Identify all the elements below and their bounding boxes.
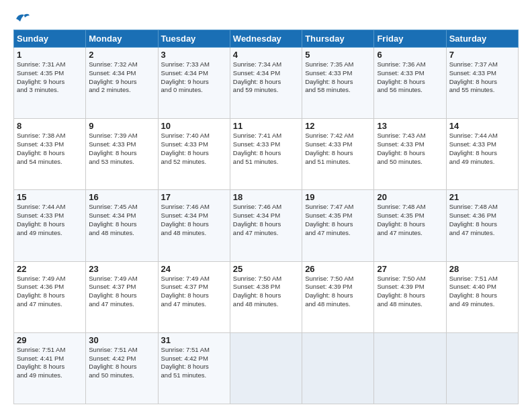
calendar-cell: 5Sunrise: 7:35 AM Sunset: 4:33 PM Daylig…: [302, 48, 374, 119]
day-info: Sunrise: 7:37 AM Sunset: 4:33 PM Dayligh…: [449, 60, 515, 95]
calendar-cell: 3Sunrise: 7:33 AM Sunset: 4:34 PM Daylig…: [158, 48, 230, 119]
calendar-cell: 9Sunrise: 7:39 AM Sunset: 4:33 PM Daylig…: [86, 119, 158, 190]
day-info: Sunrise: 7:49 AM Sunset: 4:36 PM Dayligh…: [17, 275, 83, 309]
calendar-cell: 15Sunrise: 7:44 AM Sunset: 4:33 PM Dayli…: [14, 190, 86, 261]
day-number: 28: [449, 264, 515, 274]
day-number: 19: [305, 192, 371, 202]
day-number: 1: [17, 50, 83, 60]
day-info: Sunrise: 7:43 AM Sunset: 4:33 PM Dayligh…: [377, 132, 443, 166]
day-number: 31: [161, 335, 227, 345]
calendar-week-3: 15Sunrise: 7:44 AM Sunset: 4:33 PM Dayli…: [14, 190, 519, 261]
day-info: Sunrise: 7:51 AM Sunset: 4:40 PM Dayligh…: [449, 275, 515, 309]
day-number: 6: [377, 50, 443, 60]
header: [13, 12, 519, 24]
day-info: Sunrise: 7:51 AM Sunset: 4:41 PM Dayligh…: [17, 346, 83, 380]
day-info: Sunrise: 7:45 AM Sunset: 4:34 PM Dayligh…: [89, 203, 154, 237]
day-number: 5: [305, 50, 371, 60]
calendar-cell: 14Sunrise: 7:44 AM Sunset: 4:33 PM Dayli…: [446, 119, 518, 190]
day-header-sunday: Sunday: [14, 30, 86, 48]
day-header-monday: Monday: [86, 30, 158, 48]
calendar-cell: 27Sunrise: 7:50 AM Sunset: 4:39 PM Dayli…: [374, 261, 446, 332]
day-info: Sunrise: 7:35 AM Sunset: 4:33 PM Dayligh…: [305, 60, 371, 95]
day-number: 15: [17, 192, 83, 202]
calendar-cell: 11Sunrise: 7:41 AM Sunset: 4:33 PM Dayli…: [230, 119, 302, 190]
logo: [13, 12, 30, 24]
calendar-cell: 30Sunrise: 7:51 AM Sunset: 4:42 PM Dayli…: [86, 332, 158, 404]
day-number: 8: [17, 121, 83, 131]
day-header-saturday: Saturday: [446, 30, 518, 48]
day-number: 11: [233, 121, 299, 131]
day-info: Sunrise: 7:33 AM Sunset: 4:34 PM Dayligh…: [161, 60, 227, 95]
calendar-cell: 8Sunrise: 7:38 AM Sunset: 4:33 PM Daylig…: [14, 119, 86, 190]
day-info: Sunrise: 7:51 AM Sunset: 4:42 PM Dayligh…: [89, 346, 154, 380]
day-info: Sunrise: 7:41 AM Sunset: 4:33 PM Dayligh…: [233, 132, 299, 166]
day-number: 4: [233, 50, 299, 60]
day-number: 26: [305, 264, 371, 274]
calendar-cell: [230, 332, 302, 404]
logo-bird-icon: [15, 12, 30, 24]
calendar-week-2: 8Sunrise: 7:38 AM Sunset: 4:33 PM Daylig…: [14, 119, 519, 190]
calendar-cell: 1Sunrise: 7:31 AM Sunset: 4:35 PM Daylig…: [14, 48, 86, 119]
calendar-cell: 7Sunrise: 7:37 AM Sunset: 4:33 PM Daylig…: [446, 48, 518, 119]
calendar-cell: 29Sunrise: 7:51 AM Sunset: 4:41 PM Dayli…: [14, 332, 86, 404]
page: SundayMondayTuesdayWednesdayThursdayFrid…: [0, 0, 532, 411]
day-info: Sunrise: 7:50 AM Sunset: 4:39 PM Dayligh…: [305, 275, 371, 309]
calendar-week-1: 1Sunrise: 7:31 AM Sunset: 4:35 PM Daylig…: [14, 48, 519, 119]
day-info: Sunrise: 7:51 AM Sunset: 4:42 PM Dayligh…: [161, 346, 227, 380]
calendar-cell: 6Sunrise: 7:36 AM Sunset: 4:33 PM Daylig…: [374, 48, 446, 119]
day-info: Sunrise: 7:44 AM Sunset: 4:33 PM Dayligh…: [17, 203, 83, 237]
calendar-cell: [302, 332, 374, 404]
day-info: Sunrise: 7:39 AM Sunset: 4:33 PM Dayligh…: [89, 132, 154, 166]
day-info: Sunrise: 7:50 AM Sunset: 4:38 PM Dayligh…: [233, 275, 299, 309]
calendar-cell: 12Sunrise: 7:42 AM Sunset: 4:33 PM Dayli…: [302, 119, 374, 190]
day-info: Sunrise: 7:46 AM Sunset: 4:34 PM Dayligh…: [161, 203, 227, 237]
day-number: 16: [89, 192, 154, 202]
day-number: 24: [161, 264, 227, 274]
day-info: Sunrise: 7:42 AM Sunset: 4:33 PM Dayligh…: [305, 132, 371, 166]
day-info: Sunrise: 7:36 AM Sunset: 4:33 PM Dayligh…: [377, 60, 443, 95]
day-info: Sunrise: 7:44 AM Sunset: 4:33 PM Dayligh…: [449, 132, 515, 166]
calendar-cell: 25Sunrise: 7:50 AM Sunset: 4:38 PM Dayli…: [230, 261, 302, 332]
calendar-week-4: 22Sunrise: 7:49 AM Sunset: 4:36 PM Dayli…: [14, 261, 519, 332]
day-number: 7: [449, 50, 515, 60]
calendar-cell: 24Sunrise: 7:49 AM Sunset: 4:37 PM Dayli…: [158, 261, 230, 332]
day-info: Sunrise: 7:34 AM Sunset: 4:34 PM Dayligh…: [233, 60, 299, 95]
day-info: Sunrise: 7:38 AM Sunset: 4:33 PM Dayligh…: [17, 132, 83, 166]
day-info: Sunrise: 7:49 AM Sunset: 4:37 PM Dayligh…: [161, 275, 227, 309]
calendar-cell: 4Sunrise: 7:34 AM Sunset: 4:34 PM Daylig…: [230, 48, 302, 119]
day-info: Sunrise: 7:50 AM Sunset: 4:39 PM Dayligh…: [377, 275, 443, 309]
calendar-cell: [446, 332, 518, 404]
day-number: 2: [89, 50, 154, 60]
day-header-wednesday: Wednesday: [230, 30, 302, 48]
day-number: 9: [89, 121, 154, 131]
calendar-cell: 20Sunrise: 7:48 AM Sunset: 4:35 PM Dayli…: [374, 190, 446, 261]
calendar-table: SundayMondayTuesdayWednesdayThursdayFrid…: [13, 30, 519, 404]
day-number: 3: [161, 50, 227, 60]
day-number: 21: [449, 192, 515, 202]
calendar-cell: 2Sunrise: 7:32 AM Sunset: 4:34 PM Daylig…: [86, 48, 158, 119]
day-header-thursday: Thursday: [302, 30, 374, 48]
day-info: Sunrise: 7:48 AM Sunset: 4:35 PM Dayligh…: [377, 203, 443, 237]
day-number: 29: [17, 335, 83, 345]
day-number: 23: [89, 264, 154, 274]
calendar-cell: 23Sunrise: 7:49 AM Sunset: 4:37 PM Dayli…: [86, 261, 158, 332]
calendar-cell: 31Sunrise: 7:51 AM Sunset: 4:42 PM Dayli…: [158, 332, 230, 404]
day-number: 13: [377, 121, 443, 131]
day-info: Sunrise: 7:31 AM Sunset: 4:35 PM Dayligh…: [17, 60, 83, 95]
calendar-cell: 21Sunrise: 7:48 AM Sunset: 4:36 PM Dayli…: [446, 190, 518, 261]
day-number: 30: [89, 335, 154, 345]
calendar-cell: 13Sunrise: 7:43 AM Sunset: 4:33 PM Dayli…: [374, 119, 446, 190]
day-info: Sunrise: 7:49 AM Sunset: 4:37 PM Dayligh…: [89, 275, 154, 309]
calendar-cell: 28Sunrise: 7:51 AM Sunset: 4:40 PM Dayli…: [446, 261, 518, 332]
calendar-cell: 26Sunrise: 7:50 AM Sunset: 4:39 PM Dayli…: [302, 261, 374, 332]
calendar-cell: 19Sunrise: 7:47 AM Sunset: 4:35 PM Dayli…: [302, 190, 374, 261]
day-number: 17: [161, 192, 227, 202]
day-header-friday: Friday: [374, 30, 446, 48]
calendar-cell: [374, 332, 446, 404]
day-number: 20: [377, 192, 443, 202]
calendar-header-row: SundayMondayTuesdayWednesdayThursdayFrid…: [14, 30, 519, 48]
calendar-cell: 22Sunrise: 7:49 AM Sunset: 4:36 PM Dayli…: [14, 261, 86, 332]
calendar-cell: 18Sunrise: 7:46 AM Sunset: 4:34 PM Dayli…: [230, 190, 302, 261]
calendar-cell: 17Sunrise: 7:46 AM Sunset: 4:34 PM Dayli…: [158, 190, 230, 261]
calendar-week-5: 29Sunrise: 7:51 AM Sunset: 4:41 PM Dayli…: [14, 332, 519, 404]
